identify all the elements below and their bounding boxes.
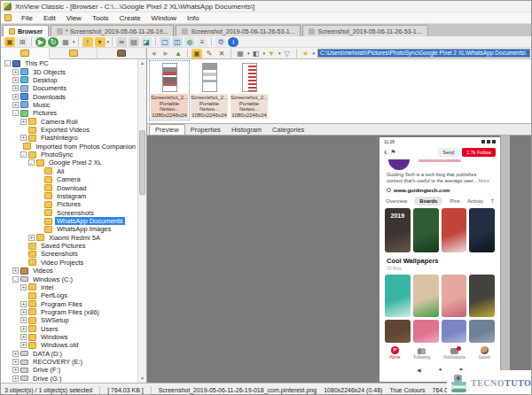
tree-item-download[interactable]: Download [1,183,137,191]
tree-item-xiaomi-redmi-5a[interactable]: +Xiaomi Redmi 5A [1,234,137,242]
scroll-up-icon[interactable]: ▲ [138,59,146,67]
menu-item-create[interactable]: Create [114,14,146,22]
screen-icon[interactable]: ◫ [172,37,183,47]
settings-gear-icon[interactable]: ⚙ [215,37,226,47]
tree-item-video-projects[interactable]: Video Projects [1,259,137,267]
folders-panel-tab[interactable] [1,48,50,59]
menu-item-tools[interactable]: Tools [87,14,114,22]
tab-image-1[interactable]: * Screenshot_2019-05-06-11-26-19... [51,25,174,36]
web-icon[interactable]: ◍ [184,37,195,47]
tree-expander-icon[interactable]: + [20,284,27,290]
tree-scrollbar[interactable]: ▲ ▼ [137,59,146,383]
tree-item-windows-c-[interactable]: -Windows (C:) [1,275,137,283]
tree-item-swsetup[interactable]: +SWSetup [1,316,137,324]
tree-expander-icon[interactable]: - [20,151,27,158]
scroll-down-icon[interactable]: ▼ [138,375,146,383]
scrollbar-thumb[interactable] [139,130,145,195]
favorites-star-icon[interactable]: ★ [301,49,311,58]
tree-expander-icon[interactable]: + [20,119,27,125]
tree-item-whatsapp-images[interactable]: WhatsApp Images [1,225,137,233]
tree-item-camera-roll[interactable]: +Camera Roll [1,118,137,126]
tree-item-music[interactable]: +Music [1,101,137,109]
tree-expander-icon[interactable]: + [20,317,27,323]
tree-item-windows-old[interactable]: +Windows.old [1,341,137,349]
tree-item-downloads[interactable]: +Downloads [1,92,137,100]
tree-expander-icon[interactable]: + [20,301,27,307]
acquire-icon[interactable]: ◪ [141,37,152,47]
address-bar[interactable]: C:\Users\mehvish\Pictures\PhotoSync\Goog… [317,49,530,58]
tree-item-recovery-e-[interactable]: +RECOVERY (E:) [1,358,137,366]
tree-expander-icon[interactable]: + [12,367,19,373]
tree-item-all[interactable]: All [1,167,137,175]
tree-item-instagram[interactable]: Instagram [1,192,137,200]
tree-item-program-files-x86-[interactable]: +Program Files (x86) [1,308,137,316]
tree-expander-icon[interactable]: + [12,376,19,382]
browser-icon[interactable]: ▣ [4,37,15,47]
thumbnail-item[interactable]: Screenshot_2...Portable Netwo...1080x224… [150,61,189,120]
fullscreen-icon[interactable]: ⊞ [17,37,27,47]
favorites-panel-tab[interactable] [50,48,98,59]
tab-image-2[interactable]: Screenshot_2019-05-06-11-26-53-1... [176,25,301,36]
thumbnail-options-icon[interactable]: ◧ [251,49,262,58]
tree-item-drive-f-[interactable]: +Drive (F:) [1,366,137,374]
tree-item-exported-videos[interactable]: Exported Videos [1,126,137,134]
folder-up-icon[interactable]: ↑ [82,37,93,47]
view-mode-icon[interactable]: ▦ [235,49,246,58]
tree-item-program-files[interactable]: +Program Files [1,299,137,307]
tree-item-google-pixel-2-xl[interactable]: -Google Pixel 2 XL [1,159,137,167]
slideshow-icon[interactable]: ▶ [35,37,46,47]
tree-expander-icon[interactable]: - [12,276,19,283]
preview-tab-histogram[interactable]: Histogram [226,124,267,135]
menu-item-file[interactable]: File [16,14,38,22]
print-icon[interactable]: ▤ [129,37,139,47]
thumbnail-item[interactable]: Screenshot_2...Portable Netwo...1080x224… [190,61,229,120]
list-icon[interactable]: ≡ [197,37,207,47]
preview-tab-categories[interactable]: Categories [267,124,309,135]
tree-expander-icon[interactable]: - [28,159,35,166]
menu-item-info[interactable]: Info [182,14,204,22]
delete-icon[interactable]: ✕ [216,49,227,58]
tree-item-desktop[interactable]: +Desktop [1,76,137,84]
tree-expander-icon[interactable]: + [20,342,27,348]
tree-expander-icon[interactable]: + [20,326,27,332]
new-folder-icon[interactable]: ▣ [192,49,202,58]
tree-expander-icon[interactable]: + [12,267,19,274]
tree-expander-icon[interactable]: + [28,235,35,241]
dropdown-caret-icon[interactable]: ▾ [73,39,75,44]
tree-item-camera[interactable]: Camera [1,175,137,183]
sort-icon[interactable]: ▼ [266,49,277,58]
preview-scrollbar[interactable] [500,136,510,383]
tree-expander-icon[interactable]: + [12,359,19,365]
open-folder-icon[interactable]: ▾ [95,37,106,47]
tree-item-intel[interactable]: +Intel [1,283,137,291]
tree-item-this-pc[interactable]: -This PC [1,59,137,67]
thumbnail-item[interactable]: Screenshot_2...Portable Netwo...1080x224… [230,61,269,120]
refresh-icon[interactable]: ↻ [48,37,59,47]
tree-expander-icon[interactable]: - [12,110,19,116]
tree-expander-icon[interactable]: - [4,60,11,66]
dropdown-caret-icon[interactable]: ▾ [107,39,110,44]
tree-expander-icon[interactable]: + [12,85,19,91]
tree-item-screenshots[interactable]: Screenshots [1,208,137,216]
view-as-icon[interactable]: ▦ [60,37,71,47]
address-path[interactable]: C:\Users\mehvish\Pictures\PhotoSync\Goog… [318,49,529,58]
tree-item-3d-objects[interactable]: +3D Objects [1,67,137,75]
back-icon[interactable]: ◄ [148,49,159,58]
menu-item-edit[interactable]: Edit [38,14,61,22]
filter-icon[interactable]: ▽ [282,49,293,58]
menu-item-view[interactable]: View [61,14,87,22]
tree-expander-icon[interactable]: + [20,135,27,141]
up-icon[interactable]: ▲ [173,49,184,58]
tree-item-photosync[interactable]: -PhotoSync [1,151,137,159]
tree-item-data-d-[interactable]: +DATA (D:) [1,350,137,358]
info-icon[interactable]: i [228,37,239,47]
tree-item-imported-from-photos-companion[interactable]: Imported from Photos Companion [1,143,137,151]
tree-item-screenshots[interactable]: Screenshots [1,250,137,258]
tree-expander-icon[interactable]: + [12,102,19,108]
tree-item-windows[interactable]: +Windows [1,333,137,341]
preview-tab-preview[interactable]: Preview [149,124,185,135]
tree-item-drive-g-[interactable]: +Drive (G:) [1,375,137,383]
tab-image-3[interactable]: Screenshot_2019-05-06-11-26-53-1... [302,25,427,36]
edit-icon[interactable]: ✎ [204,49,215,58]
categories-panel-tab[interactable] [98,48,146,59]
